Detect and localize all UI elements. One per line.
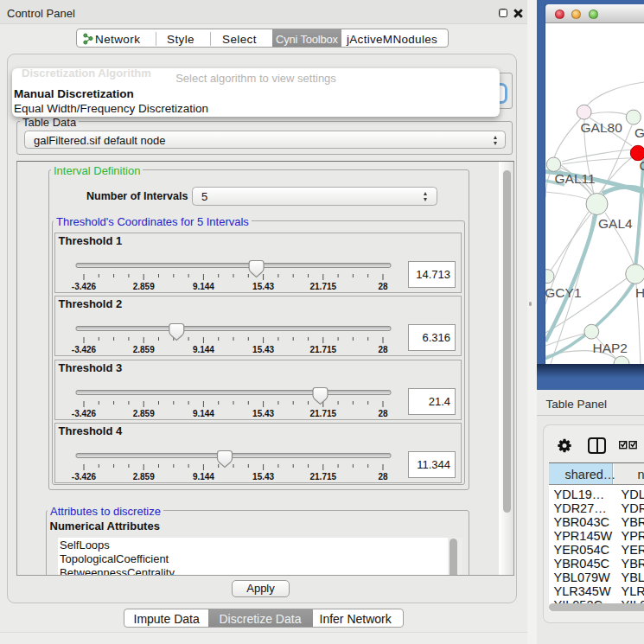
svg-text:GAL80: GAL80 (581, 120, 623, 135)
svg-text:HAP2: HAP2 (593, 341, 628, 355)
svg-text:GAL4: GAL4 (598, 216, 633, 231)
svg-text:GAL11: GAL11 (555, 171, 596, 186)
svg-text:C: C (640, 158, 644, 173)
svg-text:H: H (635, 285, 644, 300)
svg-text:GA: GA (634, 125, 644, 140)
svg-text:GCY1: GCY1 (545, 285, 582, 300)
